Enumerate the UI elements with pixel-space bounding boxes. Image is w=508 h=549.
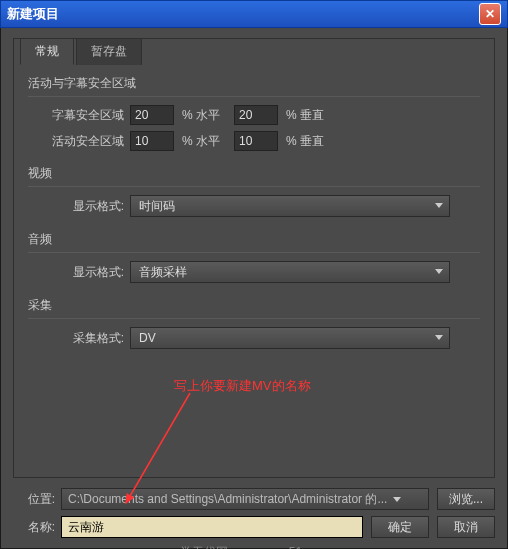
- cancel-button[interactable]: 取消: [437, 516, 495, 538]
- location-label: 位置:: [13, 491, 55, 508]
- divider: [28, 318, 480, 319]
- tab-strip: 常规 暂存盘: [20, 38, 144, 65]
- divider: [28, 96, 480, 97]
- footer: 学无优网 www.xue51.com: [13, 544, 495, 549]
- divider: [28, 186, 480, 187]
- video-format-select[interactable]: 时间码: [130, 195, 450, 217]
- row-action-safe: 活动安全区域 % 水平 % 垂直: [48, 131, 480, 151]
- audio-format-label: 显示格式:: [48, 264, 124, 281]
- footer-link[interactable]: www.xue51.com: [241, 545, 328, 549]
- video-format-label: 显示格式:: [48, 198, 124, 215]
- section-safe-title: 活动与字幕安全区域: [28, 75, 480, 92]
- chevron-down-icon: [435, 335, 443, 340]
- row-subtitle-safe: 字幕安全区域 % 水平 % 垂直: [48, 105, 480, 125]
- chevron-down-icon: [435, 269, 443, 274]
- chevron-down-icon: [393, 497, 401, 502]
- location-value: C:\Documents and Settings\Administrator\…: [68, 491, 387, 508]
- section-capture-title: 采集: [28, 297, 480, 314]
- settings-panel: 常规 暂存盘 活动与字幕安全区域 字幕安全区域 % 水平 % 垂直 活动安全区域…: [13, 38, 495, 478]
- close-button[interactable]: ✕: [479, 3, 501, 25]
- row-name: 名称: 确定 取消: [13, 516, 495, 538]
- tab-scratch-disks[interactable]: 暂存盘: [76, 38, 142, 65]
- action-safe-h-input[interactable]: [130, 131, 174, 151]
- svg-line-0: [126, 393, 190, 503]
- section-video-title: 视频: [28, 165, 480, 182]
- tab-general[interactable]: 常规: [20, 38, 74, 65]
- capture-format-label: 采集格式:: [48, 330, 124, 347]
- title-bar: 新建项目 ✕: [0, 0, 508, 28]
- chevron-down-icon: [435, 203, 443, 208]
- close-icon: ✕: [485, 7, 495, 21]
- pct-v-label-2: % 垂直: [286, 133, 324, 150]
- bottom-controls: 位置: C:\Documents and Settings\Administra…: [13, 488, 495, 538]
- name-input[interactable]: [61, 516, 363, 538]
- row-location: 位置: C:\Documents and Settings\Administra…: [13, 488, 495, 510]
- section-audio-title: 音频: [28, 231, 480, 248]
- window-body: 常规 暂存盘 活动与字幕安全区域 字幕安全区域 % 水平 % 垂直 活动安全区域…: [0, 28, 508, 549]
- location-path[interactable]: C:\Documents and Settings\Administrator\…: [61, 488, 429, 510]
- pct-h-label: % 水平: [182, 107, 220, 124]
- action-safe-v-input[interactable]: [234, 131, 278, 151]
- pct-v-label: % 垂直: [286, 107, 324, 124]
- action-safe-label: 活动安全区域: [48, 133, 124, 150]
- browse-button[interactable]: 浏览...: [437, 488, 495, 510]
- capture-format-select[interactable]: DV: [130, 327, 450, 349]
- subtitle-safe-label: 字幕安全区域: [48, 107, 124, 124]
- name-label: 名称:: [13, 519, 55, 536]
- footer-site: 学无优网: [180, 545, 228, 549]
- audio-format-value: 音频采样: [139, 264, 187, 281]
- pct-h-label-2: % 水平: [182, 133, 220, 150]
- annotation-text: 写上你要新建MV的名称: [174, 377, 311, 395]
- row-audio-format: 显示格式: 音频采样: [48, 261, 480, 283]
- subtitle-safe-h-input[interactable]: [130, 105, 174, 125]
- audio-format-select[interactable]: 音频采样: [130, 261, 450, 283]
- row-capture-format: 采集格式: DV: [48, 327, 480, 349]
- subtitle-safe-v-input[interactable]: [234, 105, 278, 125]
- video-format-value: 时间码: [139, 198, 175, 215]
- ok-button[interactable]: 确定: [371, 516, 429, 538]
- divider: [28, 252, 480, 253]
- window-title: 新建项目: [7, 5, 479, 23]
- tab-content: 活动与字幕安全区域 字幕安全区域 % 水平 % 垂直 活动安全区域 % 水平 %…: [14, 39, 494, 365]
- capture-format-value: DV: [139, 331, 156, 345]
- row-video-format: 显示格式: 时间码: [48, 195, 480, 217]
